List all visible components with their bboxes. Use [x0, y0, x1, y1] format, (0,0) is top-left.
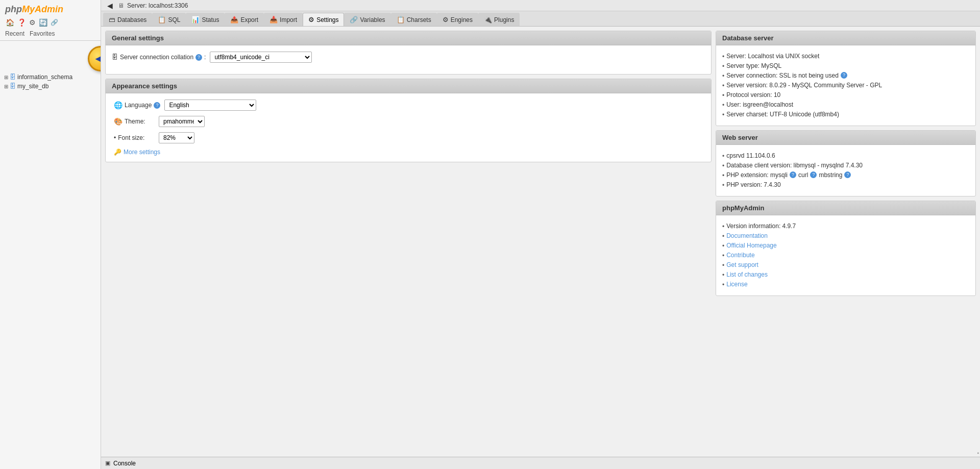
collation-info-icon[interactable]: ?: [195, 54, 202, 61]
tab-sql-label: SQL: [168, 16, 180, 23]
server-title: Server: localhost:3306: [127, 2, 188, 9]
tab-databases[interactable]: 🗃 Databases: [103, 13, 152, 26]
left-panels: General settings 🗄 Server connection col…: [105, 31, 712, 453]
key-icon: 🔑: [114, 149, 121, 156]
server-icon: 🖥: [118, 2, 124, 9]
homepage-link-item: Official Homepage: [722, 241, 969, 251]
web-server-item: cpsrvd 11.104.0.6: [722, 151, 969, 161]
contribute-link-item: Contribute: [722, 251, 969, 260]
font-size-label-text: Font size:: [118, 134, 144, 141]
general-settings-panel: General settings 🗄 Server connection col…: [105, 31, 712, 75]
tab-export-label: Export: [240, 16, 258, 23]
status-tab-icon: 📊: [191, 16, 200, 23]
theme-row: 🎨 Theme: pmahomme original metro: [114, 116, 703, 127]
link-icon-btn[interactable]: 🔗: [50, 18, 59, 27]
ssl-info-icon[interactable]: ?: [841, 72, 847, 79]
db-server-item: Server: Localhost via UNIX socket: [722, 52, 969, 61]
db-server-item: Protocol version: 10: [722, 90, 969, 100]
font-size-row: • Font size: 80% 82% 90% 100% 110%: [114, 132, 703, 143]
expand-icon: ⊞: [4, 75, 8, 80]
back-btn-wrapper: ◀: [0, 41, 101, 71]
collation-label: 🗄 Server connection collation ?:: [112, 54, 206, 61]
tab-databases-label: Databases: [117, 16, 146, 23]
databases-tab-icon: 🗃: [109, 16, 115, 23]
more-settings-label: More settings: [124, 149, 160, 156]
tab-variables[interactable]: 🔗 Variables: [344, 13, 390, 26]
engines-tab-icon: ⚙: [443, 16, 449, 23]
settings-tab-icon: ⚙: [308, 16, 314, 23]
console-label: Console: [113, 460, 136, 467]
db-icon: 🗄: [10, 83, 16, 90]
tab-engines[interactable]: ⚙ Engines: [437, 13, 478, 26]
curl-info-icon[interactable]: ?: [810, 171, 817, 178]
mysqli-info-icon[interactable]: ?: [790, 171, 796, 178]
web-server-text: PHP version: 7.4.30: [726, 181, 781, 188]
list-of-changes-link[interactable]: List of changes: [726, 271, 768, 278]
big-back-button[interactable]: ◀: [88, 46, 101, 71]
tab-charsets[interactable]: 📋 Charsets: [391, 13, 437, 26]
more-settings-link[interactable]: 🔑 More settings: [114, 149, 703, 156]
web-server-body: cpsrvd 11.104.0.6 Database client versio…: [716, 145, 975, 196]
language-info-icon[interactable]: ?: [154, 102, 160, 109]
web-server-header: Web server: [716, 131, 975, 145]
db-name: information_schema: [17, 73, 72, 81]
web-server-text: mbstring: [819, 171, 842, 179]
tab-settings-label: Settings: [316, 16, 338, 23]
license-link-item: License: [722, 280, 969, 289]
language-row: 🌐 Language ? English Français Deutsch Es…: [114, 100, 703, 111]
home-icon-btn[interactable]: 🏠: [5, 18, 15, 27]
db-icon-small: 🗄: [112, 54, 118, 61]
tab-import[interactable]: 📥 Import: [264, 13, 303, 26]
mbstring-info-icon[interactable]: ?: [844, 171, 851, 178]
db-server-text: Server charset: UTF-8 Unicode (utf8mb4): [726, 111, 839, 118]
tab-plugins-label: Plugins: [494, 16, 514, 23]
tab-bar: 🗃 Databases 📋 SQL 📊 Status 📤 Export 📥: [101, 11, 980, 27]
globe-icon: 🌐: [114, 101, 122, 109]
database-tree: ⊞ 🗄 information_schema ⊞ 🗄 my_site_db: [0, 71, 101, 469]
resize-handle[interactable]: ▪: [977, 450, 979, 456]
logo: phpMyAdmin: [0, 0, 101, 17]
db-item-information-schema[interactable]: ⊞ 🗄 information_schema: [2, 72, 99, 82]
console-icon: ▣: [105, 460, 110, 466]
documentation-link[interactable]: Documentation: [726, 232, 768, 239]
font-size-select[interactable]: 80% 82% 90% 100% 110%: [159, 132, 194, 143]
web-server-text: cpsrvd 11.104.0.6: [726, 152, 775, 159]
web-server-panel: Web server cpsrvd 11.104.0.6 Database cl…: [716, 130, 976, 196]
tab-export[interactable]: 📤 Export: [225, 13, 264, 26]
sql-tab-icon: 📋: [158, 16, 166, 23]
theme-label-text: Theme:: [125, 118, 145, 125]
db-server-text: Server connection: SSL is not being used: [726, 72, 839, 79]
license-link[interactable]: License: [726, 281, 747, 288]
official-homepage-link[interactable]: Official Homepage: [726, 242, 777, 249]
general-settings-body: 🗄 Server connection collation ?: utf8mb4…: [106, 45, 711, 74]
recent-link[interactable]: Recent: [5, 30, 24, 37]
db-server-item: User: isgreen@localhost: [722, 100, 969, 110]
contribute-link[interactable]: Contribute: [726, 252, 754, 259]
get-support-link[interactable]: Get support: [726, 261, 758, 268]
settings-icon-btn[interactable]: ⚙: [29, 18, 36, 27]
back-button[interactable]: ◀: [105, 2, 115, 10]
tab-settings[interactable]: ⚙ Settings: [303, 13, 344, 26]
collation-select[interactable]: utf8mb4_unicode_ci utf8_general_ci latin…: [210, 52, 312, 63]
database-server-list: Server: Localhost via UNIX socket Server…: [722, 52, 969, 119]
db-server-text: Server version: 8.0.29 - MySQL Community…: [726, 82, 882, 89]
language-select[interactable]: English Français Deutsch Español 中文: [164, 100, 256, 111]
sidebar-toolbar: 🏠 ❓ ⚙ 🔄 🔗: [0, 17, 101, 29]
web-server-text: curl: [798, 171, 808, 179]
db-server-text: Server: Localhost via UNIX socket: [726, 53, 819, 60]
tab-plugins[interactable]: 🔌 Plugins: [478, 13, 520, 26]
import-tab-icon: 📥: [270, 16, 278, 23]
favorites-link[interactable]: Favorites: [30, 30, 55, 37]
database-server-panel: Database server Server: Localhost via UN…: [716, 31, 976, 126]
help-icon-btn[interactable]: ❓: [17, 18, 27, 27]
tab-sql[interactable]: 📋 SQL: [152, 13, 186, 26]
general-settings-header: General settings: [106, 31, 711, 45]
theme-select[interactable]: pmahomme original metro: [159, 116, 205, 127]
theme-label: 🎨 Theme:: [114, 117, 155, 126]
db-server-item: Server type: MySQL: [722, 61, 969, 71]
db-item-my-site-db[interactable]: ⊞ 🗄 my_site_db: [2, 82, 99, 91]
reload-icon-btn[interactable]: 🔄: [38, 18, 48, 27]
tab-status[interactable]: 📊 Status: [186, 13, 225, 26]
font-size-label: • Font size:: [114, 134, 155, 141]
web-server-list: cpsrvd 11.104.0.6 Database client versio…: [722, 151, 969, 190]
